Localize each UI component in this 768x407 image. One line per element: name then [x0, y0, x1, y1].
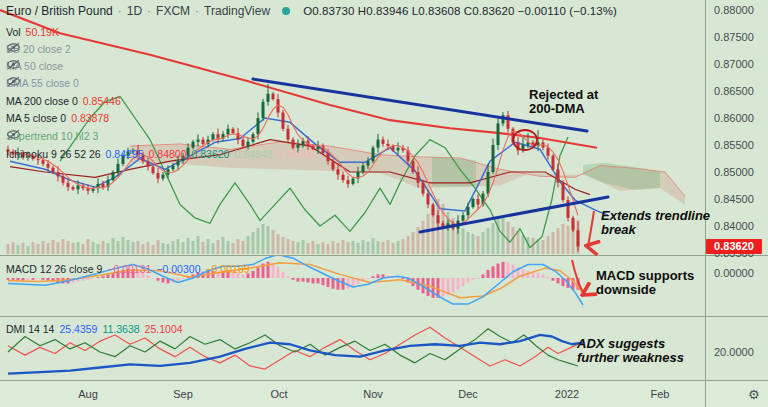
price-axis-label: 0.84000 [714, 220, 754, 232]
time-axis-label: Dec [458, 388, 478, 400]
ohlc-values: O0.83730 H0.83946 L0.83608 C0.83620 −0.0… [303, 5, 617, 17]
price-axis-label: 0.85000 [714, 166, 754, 178]
indicator-value: 0.84800 [277, 148, 315, 160]
indicator-value: 50.19K [26, 26, 59, 38]
legend-row-bb-20-close-2[interactable]: BB 20 close 2 [6, 42, 71, 55]
time-axis-label: Sep [173, 388, 193, 400]
tradingview-chart-window: Euro / British Pound·1D·FXCM·TradingView… [0, 0, 768, 407]
indicator-value: 11.3638 [102, 323, 139, 335]
annotation-line: 200-DMA [529, 102, 598, 116]
price-axis-label: 0.85500 [714, 139, 754, 151]
eye-off-icon[interactable] [6, 59, 21, 70]
time-axis-label: Nov [363, 388, 383, 400]
time-axis-label: Feb [651, 388, 670, 400]
indicator-axis-label: 20.0000 [714, 346, 754, 358]
legend-row-vol[interactable]: Vol50.19K [6, 25, 59, 38]
title-separator: · [195, 4, 199, 18]
time-axis-label: Oct [270, 388, 287, 400]
indicator-label: MA 5 close 0 [6, 112, 66, 124]
last-price-label: 0.83620 [706, 239, 762, 254]
indicator-value: −0.00131 [107, 263, 151, 275]
time-axis-label: 2022 [555, 388, 579, 400]
annotation-line: Extends trendline [601, 209, 710, 223]
annotation-rejected-200dma[interactable]: Rejected at 200-DMA [529, 88, 598, 117]
indicator-value: 0.83878 [71, 112, 109, 124]
symbol-header[interactable]: Euro / British Pound·1D·FXCM·TradingView… [6, 3, 617, 18]
exchange-name: FXCM [156, 4, 190, 18]
legend-row-ema-55-close-0[interactable]: EMA 55 close 0 [6, 76, 79, 89]
indicator-value: 25.4359 [59, 323, 97, 335]
indicator-value: 0.85446 [83, 95, 121, 107]
axis-settings-gear-icon[interactable]: ⚙ [748, 387, 760, 402]
annotation-line: Rejected at [529, 88, 598, 102]
title-separator: · [147, 4, 151, 18]
platform-name: TradingView [204, 4, 270, 18]
indicator-value: 0.84800 [149, 148, 187, 160]
market-status-dot-icon [282, 7, 290, 15]
annotation-extends-trendline-break[interactable]: Extends trendline break [601, 209, 710, 238]
price-axis-label: 0.84500 [714, 193, 754, 205]
symbol-name: Euro / British Pound [6, 4, 113, 18]
annotation-line: further weakness [577, 351, 684, 365]
legend-row-ichimoku-9-26-52-26[interactable]: Ichimoku 9 26 52 260.842950.848000.83620… [6, 147, 315, 160]
price-axis-label: 0.86500 [714, 85, 754, 97]
macd-legend-row[interactable]: MACD 12 26 close 9−0.00131−0.00300−0.001… [6, 262, 250, 275]
price-axis-label: 0.86000 [714, 112, 754, 124]
indicator-axis-label: 0.00000 [714, 267, 754, 279]
dmi-legend-row[interactable]: DMI 14 1425.435911.363825.1004 [6, 322, 183, 335]
price-axis-label: 0.87000 [714, 58, 754, 70]
annotation-adx-further-weakness[interactable]: ADX suggests further weakness [577, 337, 684, 366]
legend-row-supertrend-10-hl2-3[interactable]: Supertrend 10 hl2 3 [6, 129, 98, 142]
indicator-value: 0.83620 [192, 148, 230, 160]
annotation-line: break [601, 223, 710, 237]
price-axis-label: 0.88000 [714, 4, 754, 16]
indicator-value: 0.84295 [106, 148, 144, 160]
annotation-line: ADX suggests [577, 337, 684, 351]
annotation-line: downside [596, 283, 694, 297]
indicator-label: DMI 14 14 [6, 323, 54, 335]
indicator-value: −0.00300 [156, 263, 200, 275]
price-axis-label: 0.87500 [714, 31, 754, 43]
annotation-macd-supports-downside[interactable]: MACD supports downside [596, 269, 694, 298]
eye-off-icon[interactable] [6, 76, 21, 87]
title-separator: · [118, 4, 122, 18]
indicator-label: Vol [6, 26, 21, 38]
indicator-value: 0.84948 [234, 148, 272, 160]
annotation-line: MACD supports [596, 269, 694, 283]
indicator-label: MACD 12 26 close 9 [6, 263, 102, 275]
indicator-value: −0.00169 [205, 263, 249, 275]
eye-off-icon[interactable] [6, 129, 21, 140]
interval-value: 1D [127, 4, 142, 18]
eye-off-icon[interactable] [6, 42, 21, 53]
legend-row-ma-50-close[interactable]: MA 50 close [6, 59, 63, 72]
indicator-label: Ichimoku 9 26 52 26 [6, 148, 101, 160]
legend-row-ma-200-close-0[interactable]: MA 200 close 00.85446 [6, 94, 121, 107]
indicator-value: 25.1004 [145, 323, 183, 335]
legend-row-ma-5-close-0[interactable]: MA 5 close 00.83878 [6, 111, 109, 124]
time-axis-label: Aug [78, 388, 98, 400]
indicator-label: MA 200 close 0 [6, 95, 78, 107]
